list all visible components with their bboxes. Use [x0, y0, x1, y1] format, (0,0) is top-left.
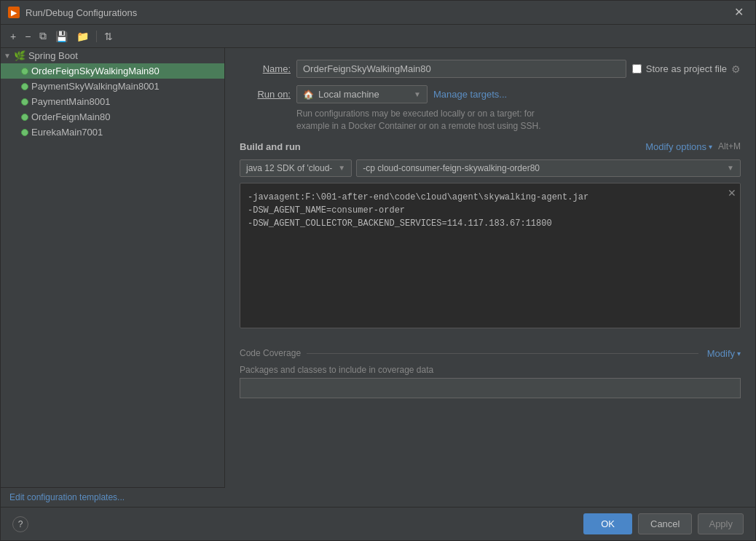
toolbar: + − ⧉ 💾 📁 ⇅ — [1, 25, 755, 48]
save-button[interactable]: 💾 — [52, 28, 71, 44]
copy-button[interactable]: ⧉ — [36, 28, 50, 44]
java-dropdown[interactable]: java 12 SDK of 'cloud- ▼ — [240, 159, 352, 177]
sort-button[interactable]: ⇅ — [101, 28, 117, 44]
apply-button[interactable]: Apply — [698, 513, 744, 534]
code-coverage-title: Code Coverage — [240, 348, 307, 358]
home-icon: 🏠 — [303, 90, 314, 100]
vm-args-textarea[interactable]: -javaagent:F:\001-after-end\code\cloud\a… — [240, 183, 741, 328]
tree-item-1[interactable]: PaymentSkyWalkingMain8001 — [1, 79, 224, 94]
run-icon-0 — [21, 68, 28, 75]
java-dropdown-label: java 12 SDK of 'cloud- — [246, 163, 332, 173]
code-coverage-header: Code Coverage Modify ▾ — [240, 348, 741, 359]
title-bar: ▶ Run/Debug Configurations ✕ — [1, 1, 755, 25]
dialog-title: Run/Debug Configurations — [25, 7, 137, 18]
chevron-down-icon: ▾ — [709, 143, 712, 151]
code-coverage-label-row: Code Coverage — [240, 348, 698, 358]
gear-icon[interactable]: ⚙ — [731, 63, 741, 75]
bottom-right: OK Cancel Apply — [583, 513, 744, 534]
tree-item-label-2: PaymentMain8001 — [31, 96, 110, 107]
cp-dropdown-label: -cp cloud-consumer-feign-skywalking-orde… — [363, 163, 540, 173]
manage-targets-link[interactable]: Manage targets... — [433, 89, 507, 100]
close-button[interactable]: ✕ — [730, 5, 748, 20]
modify-coverage-area: Modify ▾ — [707, 348, 741, 359]
store-as-project-container: Store as project file ⚙ — [632, 63, 741, 75]
coverage-divider — [307, 353, 698, 354]
toolbar-separator — [96, 31, 97, 42]
tree-item-0[interactable]: OrderFeignSkyWalkingMain80 — [1, 63, 224, 79]
build-run-section-header: Build and run Modify options ▾ Alt+M — [240, 141, 741, 152]
run-icon-1 — [21, 83, 28, 90]
shortcut-hint: Alt+M — [718, 141, 741, 151]
tree-group-label: Spring Boot — [28, 50, 78, 61]
modify-options-area: Modify options ▾ Alt+M — [645, 141, 741, 152]
remove-button[interactable]: − — [21, 28, 34, 44]
tree-item-3[interactable]: OrderFeignMain80 — [1, 109, 224, 125]
right-panel: Name: Store as project file ⚙ Run on: 🏠 … — [225, 48, 755, 507]
name-input[interactable] — [296, 60, 626, 78]
tree-group-spring-boot[interactable]: ▼ 🌿 Spring Boot — [1, 48, 224, 63]
chevron-down-icon: ▼ — [338, 164, 345, 172]
code-coverage-section: Code Coverage Modify ▾ Packages and clas… — [240, 348, 741, 398]
store-as-project-checkbox[interactable] — [632, 64, 642, 74]
chevron-down-icon: ▼ — [727, 164, 734, 172]
packages-input-area[interactable] — [240, 378, 741, 398]
chevron-down-icon: ▼ — [414, 90, 421, 98]
store-as-project-label: Store as project file — [646, 63, 727, 74]
name-row: Name: Store as project file ⚙ — [240, 60, 741, 78]
ok-button[interactable]: OK — [583, 513, 632, 534]
vm-args-wrapper: -javaagent:F:\001-after-end\code\cloud\a… — [240, 183, 741, 339]
modify-options-label: Modify options — [645, 141, 706, 152]
name-label: Name: — [240, 63, 291, 74]
build-run-title: Build and run — [240, 141, 301, 152]
tree-item-2[interactable]: PaymentMain8001 — [1, 94, 224, 109]
local-machine-dropdown[interactable]: 🏠 Local machine ▼ — [296, 85, 428, 103]
run-on-label: Run on: — [240, 89, 291, 100]
run-debug-dialog: ▶ Run/Debug Configurations ✕ + − ⧉ 💾 📁 ⇅… — [0, 0, 756, 541]
main-content: ▼ 🌿 Spring Boot OrderFeignSkyWalkingMain… — [1, 48, 755, 507]
cancel-button[interactable]: Cancel — [638, 513, 692, 534]
help-button[interactable]: ? — [12, 516, 28, 532]
clear-icon[interactable]: ✕ — [728, 187, 736, 199]
tree-item-label-4: EurekaMain7001 — [31, 127, 103, 138]
tree-item-4[interactable]: EurekaMain7001 — [1, 125, 224, 140]
local-machine-label: Local machine — [318, 89, 379, 100]
run-icon-2 — [21, 98, 28, 106]
tree-item-label-3: OrderFeignMain80 — [31, 111, 110, 122]
bottom-bar: ? OK Cancel Apply — [1, 507, 755, 540]
spring-boot-icon: 🌿 — [14, 50, 25, 61]
run-on-row: Run on: 🏠 Local machine ▼ Manage targets… — [240, 85, 741, 103]
modify-options-button[interactable]: Modify options ▾ — [645, 141, 712, 152]
chevron-down-icon: ▾ — [737, 350, 741, 358]
app-icon: ▶ — [8, 7, 20, 18]
bottom-left: ? — [12, 516, 28, 532]
modify-label: Modify — [707, 348, 735, 359]
tree-item-label-1: PaymentSkyWalkingMain8001 — [31, 81, 160, 92]
chevron-down-icon: ▼ — [4, 52, 11, 60]
title-bar-left: ▶ Run/Debug Configurations — [8, 7, 137, 18]
edit-templates-link[interactable]: Edit configuration templates... — [9, 492, 125, 502]
left-panel-wrapper: ▼ 🌿 Spring Boot OrderFeignSkyWalkingMain… — [1, 48, 225, 507]
edit-templates-footer: Edit configuration templates... — [1, 487, 225, 507]
run-on-info: Run configurations may be executed local… — [296, 108, 741, 133]
run-icon-4 — [21, 129, 28, 136]
run-icon-3 — [21, 114, 28, 121]
left-panel: ▼ 🌿 Spring Boot OrderFeignSkyWalkingMain… — [1, 48, 225, 487]
packages-label: Packages and classes to include in cover… — [240, 365, 741, 375]
cp-dropdown[interactable]: -cp cloud-consumer-feign-skywalking-orde… — [356, 159, 741, 177]
modify-link[interactable]: Modify ▾ — [707, 348, 741, 359]
add-button[interactable]: + — [7, 28, 20, 44]
help-icon: ? — [18, 519, 23, 529]
tree-item-label-0: OrderFeignSkyWalkingMain80 — [31, 66, 160, 76]
move-button[interactable]: 📁 — [73, 28, 92, 44]
build-run-row: java 12 SDK of 'cloud- ▼ -cp cloud-consu… — [240, 159, 741, 177]
